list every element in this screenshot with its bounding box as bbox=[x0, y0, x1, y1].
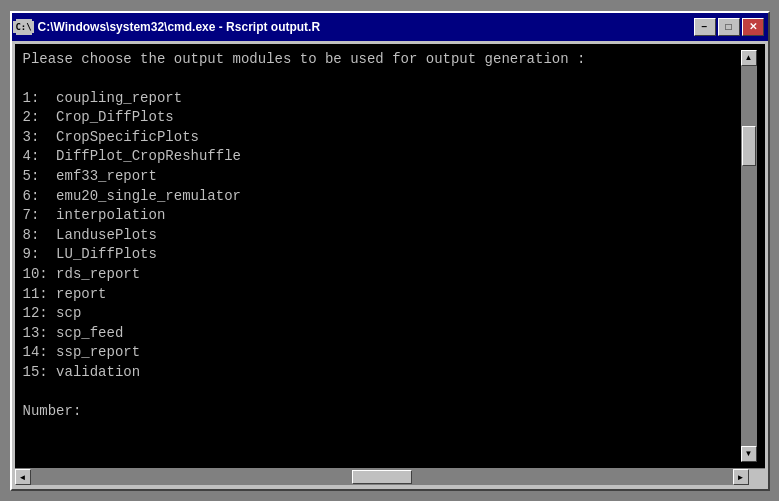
list-item-10: 10: rds_report bbox=[23, 265, 741, 285]
number-prompt: Number: bbox=[23, 402, 741, 422]
scroll-right-button[interactable]: ► bbox=[733, 469, 749, 485]
scroll-track[interactable] bbox=[741, 66, 757, 446]
prompt-line: Please choose the output modules to be u… bbox=[23, 50, 741, 70]
cmd-icon: C:\ bbox=[16, 19, 32, 35]
list-item-7: 7: interpolation bbox=[23, 206, 741, 226]
scroll-down-button[interactable]: ▼ bbox=[741, 446, 757, 462]
h-scroll-track[interactable] bbox=[31, 469, 733, 485]
list-item-5: 5: emf33_report bbox=[23, 167, 741, 187]
scrollbar-corner bbox=[749, 469, 765, 485]
window-title: C:\Windows\system32\cmd.exe - Rscript ou… bbox=[38, 20, 321, 34]
vertical-scrollbar[interactable]: ▲ ▼ bbox=[741, 50, 757, 462]
horizontal-scrollbar[interactable]: ◄ ► bbox=[15, 468, 765, 486]
terminal-text: Please choose the output modules to be u… bbox=[23, 50, 741, 462]
minimize-button[interactable]: − bbox=[694, 18, 716, 36]
scroll-left-button[interactable]: ◄ bbox=[15, 469, 31, 485]
blank-line-1 bbox=[23, 69, 741, 89]
title-bar: C:\ C:\Windows\system32\cmd.exe - Rscrip… bbox=[12, 13, 768, 41]
list-item-1: 1: coupling_report bbox=[23, 89, 741, 109]
scroll-up-button[interactable]: ▲ bbox=[741, 50, 757, 66]
list-item-14: 14: ssp_report bbox=[23, 343, 741, 363]
terminal-area[interactable]: Please choose the output modules to be u… bbox=[15, 44, 765, 468]
blank-line-2 bbox=[23, 383, 741, 403]
list-item-13: 13: scp_feed bbox=[23, 324, 741, 344]
list-item-12: 12: scp bbox=[23, 304, 741, 324]
maximize-button[interactable]: □ bbox=[718, 18, 740, 36]
title-bar-left: C:\ C:\Windows\system32\cmd.exe - Rscrip… bbox=[16, 19, 321, 35]
h-scroll-thumb[interactable] bbox=[352, 470, 412, 484]
list-item-6: 6: emu20_single_remulator bbox=[23, 187, 741, 207]
list-item-4: 4: DiffPlot_CropReshuffle bbox=[23, 147, 741, 167]
list-item-2: 2: Crop_DiffPlots bbox=[23, 108, 741, 128]
window-content: Please choose the output modules to be u… bbox=[12, 41, 768, 489]
scroll-thumb[interactable] bbox=[742, 126, 756, 166]
cmd-window: C:\ C:\Windows\system32\cmd.exe - Rscrip… bbox=[10, 11, 770, 491]
list-item-15: 15: validation bbox=[23, 363, 741, 383]
list-item-9: 9: LU_DiffPlots bbox=[23, 245, 741, 265]
title-bar-buttons: − □ ✕ bbox=[694, 18, 764, 36]
list-item-11: 11: report bbox=[23, 285, 741, 305]
list-item-8: 8: LandusePlots bbox=[23, 226, 741, 246]
list-item-3: 3: CropSpecificPlots bbox=[23, 128, 741, 148]
close-button[interactable]: ✕ bbox=[742, 18, 764, 36]
